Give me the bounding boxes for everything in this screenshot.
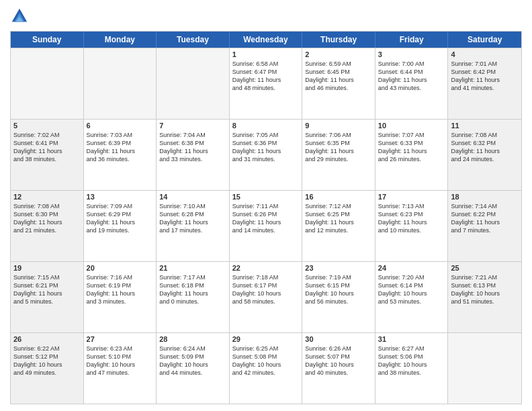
day-number: 17	[378, 193, 445, 201]
cell-info: Sunrise: 7:09 AM Sunset: 6:29 PM Dayligh…	[87, 202, 154, 235]
day-number: 31	[378, 335, 445, 343]
logo	[10, 7, 32, 26]
header-day-wednesday: Wednesday	[230, 32, 303, 48]
day-number: 12	[13, 193, 81, 201]
header-day-thursday: Thursday	[302, 32, 375, 48]
cal-cell-r3c0: 19Sunrise: 7:15 AM Sunset: 6:21 PM Dayli…	[11, 262, 84, 332]
calendar-header: SundayMondayTuesdayWednesdayThursdayFrid…	[11, 32, 521, 48]
day-number: 3	[378, 50, 445, 58]
header-day-tuesday: Tuesday	[157, 32, 230, 48]
cal-cell-r4c4: 30Sunrise: 6:26 AM Sunset: 5:07 PM Dayli…	[302, 333, 375, 404]
cal-cell-r4c6	[448, 333, 521, 404]
page: SundayMondayTuesdayWednesdayThursdayFrid…	[0, 0, 532, 411]
cal-cell-r0c6: 4Sunrise: 7:01 AM Sunset: 6:42 PM Daylig…	[448, 48, 521, 119]
cell-info: Sunrise: 6:58 AM Sunset: 6:47 PM Dayligh…	[232, 60, 300, 93]
day-number: 10	[378, 122, 445, 130]
header-day-monday: Monday	[84, 32, 157, 48]
cell-info: Sunrise: 7:16 AM Sunset: 6:19 PM Dayligh…	[87, 273, 154, 306]
cal-cell-r2c4: 16Sunrise: 7:12 AM Sunset: 6:25 PM Dayli…	[302, 191, 375, 261]
cell-info: Sunrise: 7:12 AM Sunset: 6:25 PM Dayligh…	[305, 202, 372, 235]
day-number: 25	[451, 264, 519, 272]
day-number: 18	[451, 193, 519, 201]
calendar-row-4: 26Sunrise: 6:22 AM Sunset: 5:12 PM Dayli…	[11, 332, 521, 404]
cell-info: Sunrise: 7:02 AM Sunset: 6:41 PM Dayligh…	[13, 131, 81, 164]
day-number: 27	[87, 335, 154, 343]
cell-info: Sunrise: 6:24 AM Sunset: 5:09 PM Dayligh…	[159, 345, 226, 377]
cal-cell-r2c0: 12Sunrise: 7:08 AM Sunset: 6:30 PM Dayli…	[11, 191, 84, 261]
cell-info: Sunrise: 7:08 AM Sunset: 6:30 PM Dayligh…	[13, 202, 81, 235]
day-number: 26	[13, 335, 81, 343]
day-number: 5	[13, 122, 81, 130]
cell-info: Sunrise: 7:07 AM Sunset: 6:33 PM Dayligh…	[378, 131, 445, 164]
cell-info: Sunrise: 7:08 AM Sunset: 6:32 PM Dayligh…	[451, 131, 519, 164]
day-number: 23	[305, 264, 372, 272]
cal-cell-r0c4: 2Sunrise: 6:59 AM Sunset: 6:45 PM Daylig…	[302, 48, 375, 119]
cell-info: Sunrise: 6:25 AM Sunset: 5:08 PM Dayligh…	[232, 345, 300, 377]
cell-info: Sunrise: 7:15 AM Sunset: 6:21 PM Dayligh…	[13, 273, 81, 306]
day-number: 20	[87, 264, 154, 272]
day-number: 2	[305, 50, 372, 58]
cal-cell-r2c5: 17Sunrise: 7:13 AM Sunset: 6:23 PM Dayli…	[375, 191, 449, 261]
day-number: 4	[451, 50, 519, 58]
header	[10, 7, 522, 26]
cell-info: Sunrise: 7:04 AM Sunset: 6:38 PM Dayligh…	[159, 131, 226, 164]
calendar-row-3: 19Sunrise: 7:15 AM Sunset: 6:21 PM Dayli…	[11, 261, 521, 332]
cell-info: Sunrise: 7:13 AM Sunset: 6:23 PM Dayligh…	[378, 202, 445, 235]
cell-info: Sunrise: 6:27 AM Sunset: 5:06 PM Dayligh…	[378, 345, 445, 377]
day-number: 21	[159, 264, 226, 272]
day-number: 8	[232, 122, 300, 130]
cell-info: Sunrise: 7:00 AM Sunset: 6:44 PM Dayligh…	[378, 60, 445, 93]
cal-cell-r1c0: 5Sunrise: 7:02 AM Sunset: 6:41 PM Daylig…	[11, 120, 84, 190]
cal-cell-r1c4: 9Sunrise: 7:06 AM Sunset: 6:35 PM Daylig…	[302, 120, 375, 190]
day-number: 16	[305, 193, 372, 201]
cal-cell-r2c3: 15Sunrise: 7:11 AM Sunset: 6:26 PM Dayli…	[230, 191, 303, 261]
day-number: 19	[13, 264, 81, 272]
cal-cell-r2c2: 14Sunrise: 7:10 AM Sunset: 6:28 PM Dayli…	[157, 191, 230, 261]
calendar: SundayMondayTuesdayWednesdayThursdayFrid…	[10, 31, 522, 404]
cell-info: Sunrise: 7:03 AM Sunset: 6:39 PM Dayligh…	[87, 131, 154, 164]
calendar-body: 1Sunrise: 6:58 AM Sunset: 6:47 PM Daylig…	[11, 48, 521, 404]
cal-cell-r3c2: 21Sunrise: 7:17 AM Sunset: 6:18 PM Dayli…	[157, 262, 230, 332]
cal-cell-r1c6: 11Sunrise: 7:08 AM Sunset: 6:32 PM Dayli…	[448, 120, 521, 190]
cell-info: Sunrise: 7:20 AM Sunset: 6:14 PM Dayligh…	[378, 273, 445, 306]
cal-cell-r3c4: 23Sunrise: 7:19 AM Sunset: 6:15 PM Dayli…	[302, 262, 375, 332]
cal-cell-r0c1	[84, 48, 157, 119]
cell-info: Sunrise: 7:10 AM Sunset: 6:28 PM Dayligh…	[159, 202, 226, 235]
day-number: 9	[305, 122, 372, 130]
cell-info: Sunrise: 6:26 AM Sunset: 5:07 PM Dayligh…	[305, 345, 372, 377]
day-number: 15	[232, 193, 300, 201]
logo-icon	[10, 7, 29, 26]
cal-cell-r1c3: 8Sunrise: 7:05 AM Sunset: 6:36 PM Daylig…	[230, 120, 303, 190]
day-number: 29	[232, 335, 300, 343]
calendar-row-2: 12Sunrise: 7:08 AM Sunset: 6:30 PM Dayli…	[11, 190, 521, 261]
cal-cell-r4c2: 28Sunrise: 6:24 AM Sunset: 5:09 PM Dayli…	[157, 333, 230, 404]
cal-cell-r2c1: 13Sunrise: 7:09 AM Sunset: 6:29 PM Dayli…	[84, 191, 157, 261]
cell-info: Sunrise: 7:01 AM Sunset: 6:42 PM Dayligh…	[451, 60, 519, 93]
day-number: 24	[378, 264, 445, 272]
cell-info: Sunrise: 7:21 AM Sunset: 6:13 PM Dayligh…	[451, 273, 519, 306]
day-number: 7	[159, 122, 226, 130]
header-day-sunday: Sunday	[11, 32, 84, 48]
cal-cell-r1c2: 7Sunrise: 7:04 AM Sunset: 6:38 PM Daylig…	[157, 120, 230, 190]
cal-cell-r2c6: 18Sunrise: 7:14 AM Sunset: 6:22 PM Dayli…	[448, 191, 521, 261]
calendar-row-0: 1Sunrise: 6:58 AM Sunset: 6:47 PM Daylig…	[11, 48, 521, 119]
cell-info: Sunrise: 7:05 AM Sunset: 6:36 PM Dayligh…	[232, 131, 300, 164]
cal-cell-r0c2	[157, 48, 230, 119]
cal-cell-r0c5: 3Sunrise: 7:00 AM Sunset: 6:44 PM Daylig…	[375, 48, 449, 119]
cell-info: Sunrise: 6:23 AM Sunset: 5:10 PM Dayligh…	[87, 345, 154, 377]
header-day-saturday: Saturday	[448, 32, 521, 48]
cal-cell-r4c0: 26Sunrise: 6:22 AM Sunset: 5:12 PM Dayli…	[11, 333, 84, 404]
cal-cell-r4c5: 31Sunrise: 6:27 AM Sunset: 5:06 PM Dayli…	[375, 333, 449, 404]
cal-cell-r4c1: 27Sunrise: 6:23 AM Sunset: 5:10 PM Dayli…	[84, 333, 157, 404]
day-number: 1	[232, 50, 300, 58]
cell-info: Sunrise: 6:59 AM Sunset: 6:45 PM Dayligh…	[305, 60, 372, 93]
cell-info: Sunrise: 7:06 AM Sunset: 6:35 PM Dayligh…	[305, 131, 372, 164]
cal-cell-r0c3: 1Sunrise: 6:58 AM Sunset: 6:47 PM Daylig…	[230, 48, 303, 119]
calendar-row-1: 5Sunrise: 7:02 AM Sunset: 6:41 PM Daylig…	[11, 119, 521, 190]
header-day-friday: Friday	[375, 32, 449, 48]
cal-cell-r0c0	[11, 48, 84, 119]
day-number: 6	[87, 122, 154, 130]
cell-info: Sunrise: 7:19 AM Sunset: 6:15 PM Dayligh…	[305, 273, 372, 306]
day-number: 13	[87, 193, 154, 201]
cal-cell-r3c5: 24Sunrise: 7:20 AM Sunset: 6:14 PM Dayli…	[375, 262, 449, 332]
